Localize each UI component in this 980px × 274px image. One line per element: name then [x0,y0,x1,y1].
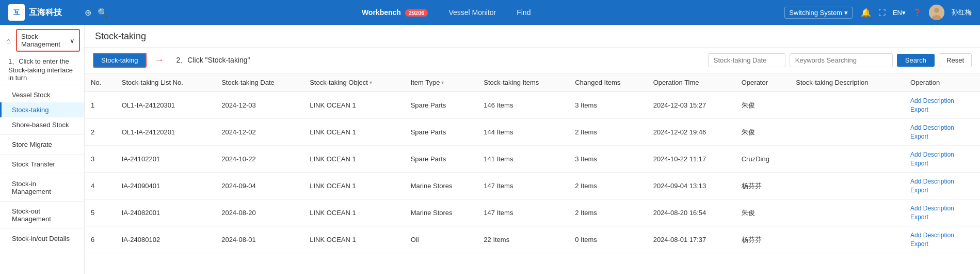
reset-button[interactable]: Reset [939,53,972,67]
date-search-input[interactable] [708,53,785,67]
nav-icons: ⊕ 🔍 [85,8,108,18]
chevron-down-icon: ∨ [70,37,75,44]
sidebar-item-stock-in-management[interactable]: Stock-in Management [0,176,84,199]
cell-object: LINK OCEAN 1 [303,146,404,173]
cell-op-time: 2024-12-03 15:27 [647,92,735,119]
cell-op-time: 2024-10-22 11:17 [647,146,735,173]
cell-op-time: 2024-12-02 19:46 [647,119,735,146]
table-row: 5 IA-24082001 2024-08-20 LINK OCEAN 1 Ma… [85,200,980,226]
export-link[interactable]: Export [910,240,974,248]
cell-no: 6 [85,226,116,253]
cell-changed: 3 Items [569,92,647,119]
col-no: No. [85,73,116,92]
sidebar-item-stock-transfer[interactable]: Stock Transfer [0,157,84,172]
sidebar: ⌂ Stock Management ∨ 1、Click to enter th… [0,25,85,274]
switching-system-btn[interactable]: Switching System ▾ [784,7,853,19]
home-icon[interactable]: ⌂ [4,35,13,46]
cell-changed: 2 Items [569,173,647,200]
stock-management-menu[interactable]: Stock Management ∨ [16,29,80,52]
cell-item-type: Spare Parts [405,146,478,173]
sidebar-menu: Vessel Stock Stock-taking Shore-based St… [0,85,84,248]
search-area: Search Reset [708,53,972,67]
cell-item-type: Marine Stores [405,200,478,226]
col-operation: Operation [904,73,980,92]
workbench-badge: 29206 [405,9,428,17]
vessel-monitor-nav[interactable]: Vessel Monitor [448,8,496,17]
cell-items: 22 Items [477,226,569,253]
stock-taking-tab-button[interactable]: Stock-taking [93,53,147,68]
export-link[interactable]: Export [910,133,974,140]
keywords-search-input[interactable] [790,53,893,67]
add-description-link[interactable]: Add Description [910,124,974,131]
cell-no: 1 [85,92,116,119]
cell-no: 2 [85,119,116,146]
sidebar-item-shore-based-stock[interactable]: Shore-based Stock [0,117,84,132]
cell-description [790,200,904,226]
add-description-link[interactable]: Add Description [910,178,974,185]
export-link[interactable]: Export [910,160,974,167]
cell-op-time: 2024-09-04 13:13 [647,173,735,200]
help-icon[interactable]: ❓ [913,8,922,17]
bell-icon[interactable]: 🔔 [861,8,871,18]
nav-center: Workbench 29206 Vessel Monitor Find [108,8,784,17]
col-object: Stock-taking Object ▾ [303,73,404,92]
add-nav-icon[interactable]: ⊕ [85,8,91,18]
nav-right-icons: 🔔 ⛶ EN▾ ❓ 孙红梅 [861,5,972,20]
col-changed: Changed Items [569,73,647,92]
col-op-time: Operation Time [647,73,735,92]
cell-items: 147 Items [477,200,569,226]
add-description-link[interactable]: Add Description [910,97,974,104]
search-button[interactable]: Search [897,54,935,67]
add-description-link[interactable]: Add Description [910,151,974,158]
sidebar-divider-1 [0,134,84,135]
sidebar-item-stock-taking[interactable]: Stock-taking [0,102,84,117]
workbench-nav[interactable]: Workbench 29206 [362,8,428,17]
cell-item-type: Spare Parts [405,119,478,146]
export-link[interactable]: Export [910,106,974,113]
sidebar-item-vessel-stock[interactable]: Vessel Stock [0,87,84,102]
cell-item-type: Oil [405,226,478,253]
user-name[interactable]: 孙红梅 [952,8,972,17]
sidebar-item-store-migrate[interactable]: Store Migrate [0,137,84,152]
cell-operator: 朱俊 [735,92,790,119]
cell-object: LINK OCEAN 1 [303,226,404,253]
nav-right: Switching System ▾ 🔔 ⛶ EN▾ ❓ 孙红梅 [784,5,972,20]
cell-op-time: 2024-08-20 16:54 [647,200,735,226]
cell-object: LINK OCEAN 1 [303,173,404,200]
search-nav-icon[interactable]: 🔍 [98,8,108,18]
sidebar-divider-5 [0,229,84,229]
avatar [929,5,944,20]
logo-icon: 互 [8,4,25,21]
main-layout: ⌂ Stock Management ∨ 1、Click to enter th… [0,25,980,274]
cell-operation: Add Description Export [904,226,980,253]
sidebar-divider-3 [0,174,84,174]
cell-object: LINK OCEAN 1 [303,92,404,119]
cell-description [790,173,904,200]
sidebar-divider-4 [0,201,84,202]
sidebar-item-stock-inout-details[interactable]: Stock-in/out Details [0,231,84,246]
cell-description [790,92,904,119]
cell-object: LINK OCEAN 1 [303,200,404,226]
sort-arrow-object: ▾ [369,80,372,85]
table-body: 1 OL1-IA-24120301 2024-12-03 LINK OCEAN … [85,92,980,253]
cell-operation: Add Description Export [904,173,980,200]
sidebar-item-stock-out-management[interactable]: Stock-out Management [0,204,84,226]
cell-operator: 朱俊 [735,119,790,146]
export-link[interactable]: Export [910,187,974,194]
cell-operator: CruzDing [735,146,790,173]
lang-selector[interactable]: EN▾ [893,9,906,17]
cell-operator: 杨芬芬 [735,226,790,253]
cell-changed: 2 Items [569,200,647,226]
export-link[interactable]: Export [910,214,974,221]
cell-items: 147 Items [477,173,569,200]
fullscreen-icon[interactable]: ⛶ [878,8,886,17]
add-description-link[interactable]: Add Description [910,205,974,212]
cell-list-no: OL1-IA-24120201 [116,119,215,146]
find-nav[interactable]: Find [517,8,531,17]
add-description-link[interactable]: Add Description [910,232,974,239]
cell-date: 2024-12-02 [215,119,303,146]
cell-items: 141 Items [477,146,569,173]
cell-description [790,119,904,146]
table-row: 4 IA-24090401 2024-09-04 LINK OCEAN 1 Ma… [85,173,980,200]
cell-operation: Add Description Export [904,146,980,173]
